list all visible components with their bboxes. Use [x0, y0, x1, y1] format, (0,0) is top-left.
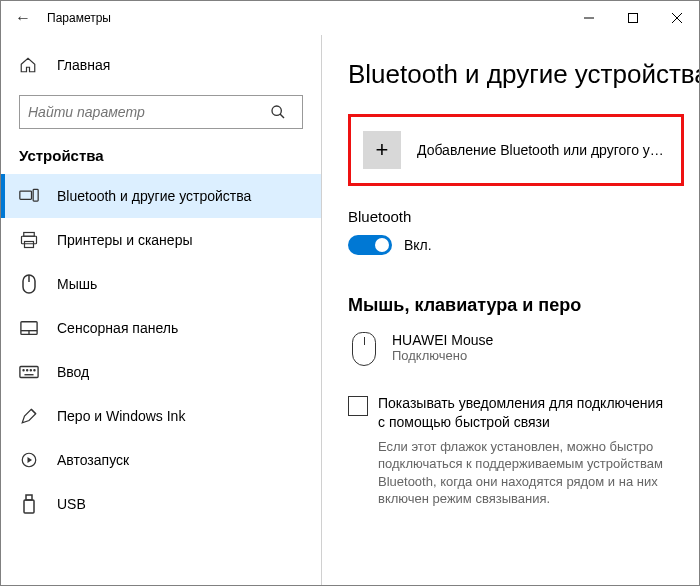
svg-rect-1 — [629, 14, 638, 23]
nav-label: Автозапуск — [57, 452, 129, 468]
device-name: HUAWEI Mouse — [392, 332, 493, 348]
nav-label: Перо и Windows Ink — [57, 408, 185, 424]
svg-rect-26 — [24, 500, 34, 513]
svg-rect-7 — [33, 189, 38, 201]
swift-pair-row: Показывать уведомления для подключения с… — [348, 394, 668, 432]
window-controls — [567, 3, 699, 33]
nav-label: Ввод — [57, 364, 89, 380]
swift-pair-label: Показывать уведомления для подключения с… — [378, 394, 668, 432]
autoplay-icon — [19, 451, 39, 469]
search-box[interactable] — [19, 95, 303, 129]
svg-line-22 — [31, 409, 36, 414]
nav-typing[interactable]: Ввод — [1, 350, 321, 394]
minimize-button[interactable] — [567, 3, 611, 33]
home-nav[interactable]: Главная — [1, 45, 321, 85]
body: Главная Устройства Bluetooth и другие ус… — [1, 35, 699, 585]
sidebar-section-label: Устройства — [1, 137, 321, 174]
nav-label: Принтеры и сканеры — [57, 232, 192, 248]
nav-label: Мышь — [57, 276, 97, 292]
svg-marker-24 — [28, 457, 33, 463]
device-info: HUAWEI Mouse Подключено — [392, 332, 493, 363]
page-title: Bluetooth и другие устройства — [348, 59, 699, 90]
bluetooth-toggle-row: Вкл. — [348, 235, 699, 255]
search-icon — [270, 104, 294, 120]
mouse-icon — [19, 274, 39, 294]
add-device-label: Добавление Bluetooth или другого устройс… — [417, 142, 669, 158]
back-button[interactable]: ← — [15, 9, 43, 27]
sidebar: Главная Устройства Bluetooth и другие ус… — [1, 35, 321, 585]
nav-label: USB — [57, 496, 86, 512]
svg-line-5 — [280, 114, 284, 118]
swift-pair-hint: Если этот флажок установлен, можно быстр… — [348, 438, 668, 508]
add-device-button[interactable]: + Добавление Bluetooth или другого устро… — [348, 114, 684, 186]
svg-point-18 — [27, 370, 28, 371]
devices-section-heading: Мышь, клавиатура и перо — [348, 295, 699, 316]
toggle-knob — [375, 238, 389, 252]
nav-mouse[interactable]: Мышь — [1, 262, 321, 306]
nav-usb[interactable]: USB — [1, 482, 321, 526]
usb-icon — [19, 494, 39, 514]
devices-icon — [19, 188, 39, 204]
nav-label: Bluetooth и другие устройства — [57, 188, 251, 204]
close-button[interactable] — [655, 3, 699, 33]
nav-printers[interactable]: Принтеры и сканеры — [1, 218, 321, 262]
svg-point-4 — [272, 106, 281, 115]
nav-touchpad[interactable]: Сенсорная панель — [1, 306, 321, 350]
device-status: Подключено — [392, 348, 493, 363]
plus-icon: + — [363, 131, 401, 169]
touchpad-icon — [19, 320, 39, 336]
window-title: Параметры — [43, 11, 567, 25]
search-input[interactable] — [28, 104, 270, 120]
mouse-device-icon — [352, 332, 376, 366]
nav-label: Сенсорная панель — [57, 320, 178, 336]
bluetooth-section-label: Bluetooth — [348, 208, 699, 225]
bluetooth-toggle-label: Вкл. — [404, 237, 432, 253]
nav-autoplay[interactable]: Автозапуск — [1, 438, 321, 482]
device-row[interactable]: HUAWEI Mouse Подключено — [348, 332, 699, 366]
svg-rect-9 — [22, 236, 37, 244]
nav-bluetooth[interactable]: Bluetooth и другие устройства — [1, 174, 321, 218]
keyboard-icon — [19, 365, 39, 379]
pen-icon — [19, 407, 39, 425]
bluetooth-toggle[interactable] — [348, 235, 392, 255]
svg-point-17 — [23, 370, 24, 371]
printer-icon — [19, 231, 39, 249]
swift-pair-checkbox[interactable] — [348, 396, 368, 416]
settings-window: ← Параметры Главная — [0, 0, 700, 586]
titlebar: ← Параметры — [1, 1, 699, 35]
svg-rect-10 — [25, 242, 34, 248]
svg-rect-6 — [20, 191, 32, 199]
svg-point-19 — [30, 370, 31, 371]
nav-pen[interactable]: Перо и Windows Ink — [1, 394, 321, 438]
maximize-button[interactable] — [611, 3, 655, 33]
home-icon — [19, 56, 39, 74]
sidebar-nav: Bluetooth и другие устройства Принтеры и… — [1, 174, 321, 526]
main-panel: Bluetooth и другие устройства + Добавлен… — [322, 35, 699, 585]
search-wrap — [1, 85, 321, 137]
svg-rect-16 — [20, 367, 38, 378]
svg-point-20 — [34, 370, 35, 371]
home-label: Главная — [57, 57, 110, 73]
